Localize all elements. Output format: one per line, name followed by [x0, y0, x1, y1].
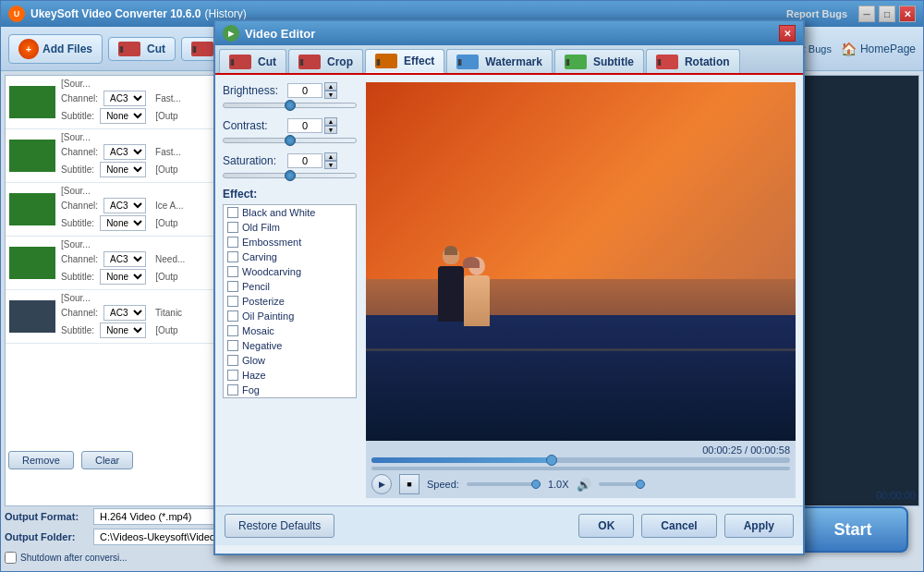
effect-item-5[interactable]: Pencil: [224, 279, 356, 294]
effect-label-5: Pencil: [242, 281, 270, 292]
channel-select-2[interactable]: AC3: [103, 144, 146, 160]
speed-track[interactable]: [467, 482, 541, 486]
watermark-tab-icon: [456, 55, 479, 69]
progress-track[interactable]: [371, 457, 790, 463]
saturation-down[interactable]: ▼: [324, 161, 337, 169]
effect-item-10[interactable]: Glow: [224, 353, 356, 368]
brightness-thumb[interactable]: [285, 100, 296, 111]
contrast-down[interactable]: ▼: [324, 126, 337, 134]
volume-thumb[interactable]: [636, 480, 645, 489]
effect-item-13[interactable]: Motion Blur: [224, 397, 356, 398]
channel-select-4[interactable]: AC3: [103, 251, 146, 267]
effect-item-0[interactable]: Black and White: [224, 205, 356, 220]
effect-item-6[interactable]: Posterize: [224, 294, 356, 309]
contrast-track[interactable]: [223, 138, 357, 143]
subtitle-select-4[interactable]: None: [100, 269, 146, 285]
channel-select-5[interactable]: AC3: [103, 305, 146, 321]
effect-item-4[interactable]: Woodcarving: [224, 264, 356, 279]
effect-checkbox-2[interactable]: [227, 237, 238, 248]
timeline-bottom-track[interactable]: [371, 467, 790, 470]
homepage-button[interactable]: 🏠 HomePage: [841, 42, 916, 56]
effect-item-7[interactable]: Oil Painting: [224, 309, 356, 323]
cancel-button[interactable]: Cancel: [641, 514, 716, 538]
speed-thumb[interactable]: [531, 480, 541, 489]
tab-watermark[interactable]: Watermark: [446, 49, 553, 73]
tab-crop[interactable]: Crop: [288, 49, 363, 73]
effect-item-2[interactable]: Embossment: [224, 235, 356, 249]
add-files-button[interactable]: + Add Files: [8, 34, 103, 64]
cut-tab-icon: [229, 55, 251, 69]
contrast-thumb[interactable]: [285, 135, 296, 146]
effect-checkbox-7[interactable]: [227, 310, 238, 322]
effect-label-1: Old Film: [242, 222, 280, 233]
tab-rotation[interactable]: Rotation: [646, 49, 740, 73]
ok-button[interactable]: OK: [578, 514, 634, 538]
effect-checkbox-11[interactable]: [227, 370, 238, 381]
tab-effect[interactable]: Effect: [365, 49, 444, 73]
effect-tab-icon: [375, 54, 397, 68]
dialog-close-button[interactable]: ✕: [779, 25, 796, 42]
effect-label-12: Fog: [242, 384, 260, 396]
saturation-thumb[interactable]: [285, 170, 296, 181]
effect-checkbox-10[interactable]: [227, 355, 238, 366]
clear-button[interactable]: Clear: [81, 451, 133, 469]
stop-button[interactable]: ■: [399, 474, 419, 494]
female-head: [468, 257, 485, 275]
restore-defaults-button[interactable]: Restore Defaults: [225, 514, 334, 538]
effect-checkbox-0[interactable]: [227, 207, 238, 218]
effect-item-11[interactable]: Haze: [224, 368, 356, 383]
app-subtitle: (History): [205, 7, 247, 20]
contrast-input[interactable]: [287, 118, 322, 133]
volume-track[interactable]: [599, 482, 645, 486]
start-button[interactable]: Start: [797, 506, 908, 553]
effect-item-12[interactable]: Fog: [224, 383, 356, 397]
saturation-input[interactable]: [287, 153, 322, 168]
apply-button[interactable]: Apply: [724, 514, 794, 538]
remove-button[interactable]: Remove: [8, 451, 74, 469]
channel-select-1[interactable]: AC3: [103, 91, 146, 106]
effect-checkbox-4[interactable]: [227, 266, 238, 277]
effect-checkbox-9[interactable]: [227, 340, 238, 351]
effect-checkbox-8[interactable]: [227, 325, 238, 336]
subtitle-select-5[interactable]: None: [100, 323, 146, 338]
tab-subtitle[interactable]: Subtitle: [554, 49, 644, 73]
controls-panel: Brightness: ▲ ▼ Contrast:: [223, 82, 357, 498]
effect-list-container[interactable]: Black and WhiteOld FilmEmbossmentCarving…: [223, 204, 357, 398]
restore-button[interactable]: □: [879, 6, 895, 22]
effect-checkbox-12[interactable]: [227, 384, 238, 396]
effect-label-10: Glow: [242, 355, 265, 366]
dialog-title-bar: Video Editor ✕: [215, 21, 803, 45]
volume-icon[interactable]: 🔊: [577, 478, 591, 492]
male-head: [443, 246, 459, 264]
effect-checkbox-3[interactable]: [227, 251, 238, 262]
progress-thumb[interactable]: [546, 455, 557, 466]
brightness-down[interactable]: ▼: [324, 91, 337, 99]
minimize-button[interactable]: ─: [858, 6, 875, 22]
effect-item-8[interactable]: Mosaic: [224, 323, 356, 338]
brightness-input[interactable]: [287, 83, 322, 98]
subtitle-select-2[interactable]: None: [100, 162, 146, 177]
channel-select-3[interactable]: AC3: [103, 198, 146, 213]
contrast-up[interactable]: ▲: [324, 117, 337, 126]
subtitle-select-1[interactable]: None: [100, 108, 146, 124]
close-app-button[interactable]: ✕: [899, 6, 916, 22]
scene-background: [366, 82, 796, 441]
saturation-up[interactable]: ▲: [324, 152, 337, 161]
male-hair: [444, 246, 457, 255]
effect-checkbox-6[interactable]: [227, 296, 238, 307]
effect-checkbox-1[interactable]: [227, 222, 238, 233]
saturation-track[interactable]: [223, 173, 357, 178]
saturation-spinner: ▲ ▼: [324, 152, 337, 169]
subtitle-select-3[interactable]: None: [100, 215, 146, 231]
effect-item-3[interactable]: Carving: [224, 249, 356, 264]
shutdown-checkbox[interactable]: [5, 552, 17, 564]
effect-checkbox-5[interactable]: [227, 281, 238, 292]
tab-cut[interactable]: Cut: [219, 49, 286, 73]
brightness-up[interactable]: ▲: [324, 82, 337, 91]
effect-item-9[interactable]: Negative: [224, 338, 356, 353]
play-button[interactable]: ▶: [371, 474, 392, 494]
brightness-track[interactable]: [223, 103, 357, 108]
effect-item-1[interactable]: Old Film: [224, 220, 356, 235]
cut-button[interactable]: Cut: [108, 37, 176, 61]
tab-rotation-label: Rotation: [685, 55, 730, 68]
